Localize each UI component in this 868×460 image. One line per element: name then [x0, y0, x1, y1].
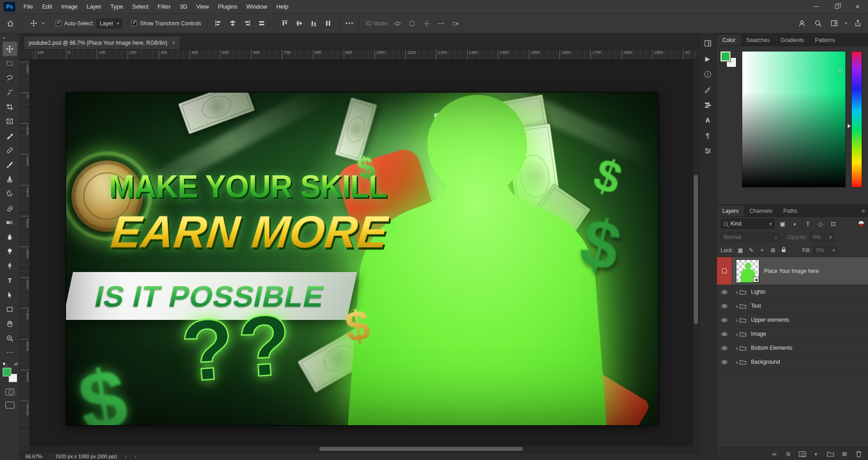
opacity-field[interactable]: 0% ▾: [810, 233, 835, 242]
layer-style-button[interactable]: fx: [784, 450, 792, 458]
tab-swatches[interactable]: Swatches: [741, 35, 775, 46]
menu-layer[interactable]: Layer: [82, 0, 106, 14]
expand-chevron-icon[interactable]: ›: [736, 345, 738, 352]
visibility-toggle[interactable]: [717, 355, 732, 369]
tab-close-icon[interactable]: ×: [172, 39, 175, 46]
color-cursor[interactable]: [838, 68, 843, 73]
tab-paths[interactable]: Paths: [778, 206, 803, 216]
visibility-toggle[interactable]: [717, 285, 732, 299]
lock-position-button[interactable]: +: [758, 247, 766, 253]
filter-smart-objects-button[interactable]: ⊡: [828, 219, 838, 228]
lock-transparency-button[interactable]: ▦: [736, 247, 745, 253]
crop-tool[interactable]: [3, 99, 17, 114]
toolbar-more-button[interactable]: ⋯: [3, 345, 17, 360]
visibility-toggle[interactable]: [717, 313, 732, 327]
ruler-corner[interactable]: [20, 50, 30, 60]
expand-chevron-icon[interactable]: ›: [736, 289, 738, 296]
auto-select-dropdown[interactable]: Layer ▾: [96, 19, 122, 28]
layer-name[interactable]: Upper elements: [751, 317, 789, 323]
properties-panel-button[interactable]: [702, 145, 714, 157]
workspace-panel-button[interactable]: [702, 37, 714, 50]
close-button[interactable]: ×: [847, 0, 868, 14]
align-left-button[interactable]: [213, 18, 224, 29]
panel-menu-icon[interactable]: ≡: [862, 208, 865, 216]
menu-type[interactable]: Type: [106, 0, 128, 14]
menu-filter[interactable]: Filter: [153, 0, 175, 14]
layer-group-row[interactable]: › Lights: [717, 285, 868, 299]
menu-window[interactable]: Window: [242, 0, 271, 14]
show-transform-checkbox[interactable]: [131, 20, 137, 26]
menu-view[interactable]: View: [192, 0, 213, 14]
align-center-h-button[interactable]: [227, 18, 239, 29]
toolbar-collapse-button[interactable]: »: [0, 33, 19, 42]
visibility-toggle-empty[interactable]: [722, 268, 727, 273]
vertical-scrollbar-thumb[interactable]: [694, 175, 698, 324]
expand-chevron-icon[interactable]: ›: [736, 331, 738, 338]
3d-pan-button[interactable]: [421, 18, 432, 29]
visibility-toggle[interactable]: [717, 299, 732, 313]
menu-plugins[interactable]: Plugins: [213, 0, 242, 14]
hand-tool[interactable]: [3, 316, 17, 331]
adjustment-layer-button[interactable]: ◐: [812, 450, 821, 458]
default-colors-icon[interactable]: [3, 362, 7, 367]
layer-name[interactable]: Lights: [751, 289, 765, 295]
move-tool[interactable]: [3, 42, 17, 56]
history-brush-tool[interactable]: [3, 186, 17, 201]
marquee-tool[interactable]: [3, 56, 17, 70]
layer-group-row[interactable]: › Bottom Elements: [717, 341, 868, 355]
frame-tool[interactable]: [3, 114, 17, 128]
distribute-v-button[interactable]: [323, 18, 334, 29]
menu-help[interactable]: Help: [272, 0, 293, 14]
zoom-level-field[interactable]: 66.67%: [25, 454, 47, 459]
align-middle-v-button[interactable]: [294, 18, 305, 29]
layer-name[interactable]: Bottom Elements: [751, 345, 792, 351]
layer-group-row[interactable]: › Background: [717, 355, 868, 369]
layer-name[interactable]: Background: [751, 359, 780, 365]
more-options-button[interactable]: •••: [346, 20, 354, 27]
eyedropper-tool[interactable]: [3, 128, 17, 143]
magic-wand-tool[interactable]: [3, 85, 17, 99]
foreground-color-swatch[interactable]: [721, 52, 730, 61]
pen-tool[interactable]: [3, 258, 17, 273]
lock-all-button[interactable]: [780, 247, 788, 254]
timeline-panel-button[interactable]: [702, 99, 714, 111]
menu-file[interactable]: File: [19, 0, 38, 14]
horizontal-scrollbar-thumb[interactable]: [319, 447, 523, 451]
filter-shape-layers-button[interactable]: ◇: [816, 219, 825, 228]
filter-adjustment-layers-button[interactable]: ◐: [790, 219, 800, 228]
layer-name[interactable]: Place Your Image here: [764, 268, 819, 274]
minimize-button[interactable]: [806, 0, 826, 14]
menu-image[interactable]: Image: [57, 0, 82, 14]
status-chevron-right-icon[interactable]: ›: [125, 454, 127, 459]
restore-button[interactable]: [826, 0, 847, 14]
filter-type-layers-button[interactable]: T: [803, 219, 813, 228]
visibility-toggle[interactable]: [717, 341, 732, 355]
gradient-tool[interactable]: [3, 215, 17, 230]
align-top-button[interactable]: [279, 18, 291, 29]
workspace-chevron-icon[interactable]: ▾: [845, 21, 847, 26]
healing-brush-tool[interactable]: [3, 143, 17, 157]
search-button[interactable]: [812, 18, 824, 29]
3d-slide-button[interactable]: [435, 18, 447, 29]
menu-select[interactable]: Select: [128, 0, 153, 14]
quick-mask-button[interactable]: [5, 389, 14, 395]
layer-name[interactable]: Image: [751, 331, 766, 337]
expand-chevron-icon[interactable]: ›: [736, 303, 738, 310]
share-button[interactable]: [852, 18, 863, 29]
document-tab[interactable]: youtube2.psd @ 66.7% (Place Your Image h…: [24, 36, 180, 49]
layer-group-row[interactable]: › Upper elements: [717, 313, 868, 327]
workspace-switcher[interactable]: [829, 18, 840, 29]
path-select-tool[interactable]: [3, 287, 17, 302]
hue-slider[interactable]: [852, 52, 862, 187]
app-logo[interactable]: Ps: [4, 2, 15, 12]
3d-camera-button[interactable]: [450, 18, 461, 29]
character-panel-button[interactable]: A: [702, 114, 714, 127]
screen-mode-button[interactable]: [5, 402, 14, 408]
menu-edit[interactable]: Edit: [38, 0, 57, 14]
move-tool-preset[interactable]: [28, 18, 39, 29]
layer-group-row[interactable]: › Image: [717, 327, 868, 341]
layer-name[interactable]: Text: [751, 303, 761, 309]
add-mask-button[interactable]: [798, 450, 806, 458]
align-right-button[interactable]: [242, 18, 253, 29]
expand-chevron-icon[interactable]: ›: [736, 317, 738, 324]
